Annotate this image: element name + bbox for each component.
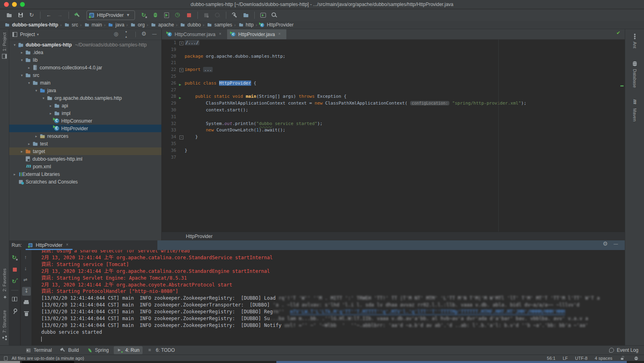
tool-window-button-ant[interactable]: Ant	[632, 33, 638, 48]
hide-run-panel-icon[interactable]	[613, 241, 619, 248]
run-console[interactable]: 資訊: Using a shared selector for servlet …	[32, 250, 625, 345]
search-everywhere-button[interactable]	[269, 10, 280, 20]
tree-expand-arrow[interactable]: ▸	[26, 66, 32, 70]
tree-expand-arrow[interactable]: ▾	[33, 89, 39, 93]
line-number[interactable]: 34	[162, 134, 178, 141]
fold-expand-icon[interactable]: +	[179, 41, 183, 45]
tool-window-button-maven[interactable]: Maven	[632, 100, 638, 121]
close-icon[interactable]	[278, 32, 283, 37]
tree-expand-arrow[interactable]: ▸	[48, 104, 54, 108]
save-all-button[interactable]	[15, 10, 26, 20]
open-button[interactable]	[4, 10, 14, 20]
tree-item-resources[interactable]: ▸resources	[9, 132, 161, 140]
print-console-button[interactable]	[22, 298, 31, 307]
tree-item-httpprovider[interactable]: HttpProvider	[9, 125, 161, 132]
line-number[interactable]: 36	[162, 147, 178, 154]
restart-button[interactable]	[10, 277, 19, 286]
tree-item-main[interactable]: ▾main	[9, 79, 161, 87]
line-number[interactable]: 35	[162, 141, 178, 147]
editor-tab-httpconsumer-java[interactable]: HttpConsumer.java	[163, 29, 227, 39]
update-resources-button[interactable]	[212, 10, 223, 20]
tree-item-pom-xml[interactable]: pom.xml	[9, 163, 161, 170]
fold-expand-icon[interactable]: +	[179, 68, 183, 72]
run-with-coverage-button[interactable]	[161, 10, 172, 20]
code-area[interactable]: 1+/.../1920package org.apache.dubbo.samp…	[162, 40, 625, 232]
line-number[interactable]: 27	[162, 87, 178, 94]
breadcrumb-item-dubbo[interactable]: dubbo	[179, 22, 201, 28]
editor-tab-httpprovider-java[interactable]: HttpProvider.java	[227, 29, 286, 39]
synchronize-button[interactable]	[26, 10, 37, 20]
tree-item--idea[interactable]: ▸.idea	[9, 48, 161, 56]
hide-panel-button[interactable]	[150, 30, 159, 39]
tree-expand-arrow[interactable]: ▾	[19, 58, 25, 62]
tree-expand-arrow[interactable]: ▾	[26, 81, 32, 85]
tree-expand-arrow[interactable]: ▾	[19, 73, 25, 77]
rerun-button[interactable]	[10, 253, 19, 262]
stop-process-button[interactable]	[10, 265, 19, 274]
run-panel-settings-icon[interactable]	[602, 241, 609, 248]
prev-occurrence-button[interactable]	[22, 253, 31, 262]
line-number[interactable]: 21	[162, 60, 178, 67]
line-number[interactable]: 19	[162, 46, 178, 53]
tree-item-test[interactable]: ▸test	[9, 140, 161, 147]
line-number[interactable]: 1	[162, 40, 178, 46]
tree-expand-arrow[interactable]: ▾	[40, 96, 46, 100]
tree-item-target[interactable]: ▸target	[9, 147, 161, 155]
line-number[interactable]: 22	[162, 67, 178, 73]
tool-window-button-6-todo[interactable]: 6: TODO	[144, 346, 178, 354]
file-encoding[interactable]: UTF-8	[575, 356, 588, 361]
unlock-icon[interactable]	[620, 356, 626, 361]
run-anything-button[interactable]	[258, 10, 268, 20]
project-structure-button[interactable]	[241, 10, 251, 20]
restore-layout-button[interactable]	[10, 294, 19, 303]
line-number[interactable]: 28	[162, 93, 178, 100]
line-number[interactable]: 31	[162, 114, 178, 121]
tree-item-impl[interactable]: ▸impl	[9, 109, 161, 117]
editor[interactable]: HttpConsumer.javaHttpProvider.java 1+/..…	[162, 29, 625, 240]
caret-position[interactable]: 56:1	[547, 356, 555, 361]
line-number[interactable]: 37	[162, 154, 178, 161]
tool-window-button-4-run[interactable]: 4: Run	[114, 346, 143, 354]
line-number[interactable]: 32	[162, 121, 178, 127]
event-log-button[interactable]: Event Log	[608, 347, 644, 353]
breadcrumb-item-samples[interactable]: samples	[205, 22, 233, 28]
line-number[interactable]: 20	[162, 53, 178, 60]
line-number[interactable]: 26	[162, 80, 178, 87]
breadcrumb-item-httpprovider[interactable]: HttpProvider	[258, 22, 294, 28]
tree-item-dubbo-samples-http-iml[interactable]: dubbo-samples-http.iml	[9, 155, 161, 163]
tree-item-java[interactable]: ▾java	[9, 87, 161, 94]
scroll-to-end-button[interactable]	[22, 287, 31, 296]
forward-button[interactable]	[55, 10, 65, 20]
settings-button[interactable]	[229, 10, 240, 20]
clear-console-button[interactable]	[22, 309, 31, 318]
debug-button[interactable]	[150, 10, 161, 20]
tree-item-src[interactable]: ▾src	[9, 71, 161, 79]
breadcrumb-item-dubbo-samples-http[interactable]: dubbo-samples-http	[3, 22, 59, 28]
breadcrumb-item-http[interactable]: http	[237, 22, 255, 28]
tree-item-commons-collections4-4-0-jar[interactable]: ▸commons-collections4-4.0.jar	[9, 64, 161, 71]
tree-item-external-libraries[interactable]: ▸External Libraries	[9, 170, 161, 178]
close-icon[interactable]	[218, 32, 223, 37]
tool-window-button-2-favorites[interactable]: 2: Favorites	[1, 268, 8, 300]
breadcrumb-item-src[interactable]: src	[63, 22, 79, 28]
hector-icon[interactable]	[634, 357, 638, 360]
tree-item-lib[interactable]: ▾lib	[9, 56, 161, 64]
indent-setting[interactable]: 4 spaces	[595, 356, 612, 361]
breadcrumb-item-apache[interactable]: apache	[149, 22, 175, 28]
collapse-all-button[interactable]	[123, 30, 131, 39]
line-number[interactable]: 30	[162, 107, 178, 114]
breadcrumb-item-java[interactable]: java	[107, 22, 125, 28]
tree-expand-arrow[interactable]: ▸	[48, 111, 54, 115]
tool-window-button-terminal[interactable]: Terminal	[22, 346, 55, 354]
locate-file-button[interactable]	[112, 30, 121, 39]
tree-expand-arrow[interactable]: ▸	[26, 142, 32, 146]
pin-tab-button[interactable]	[10, 307, 19, 315]
tree-expand-arrow[interactable]: ▸	[12, 172, 18, 176]
tool-window-button-database[interactable]: Database	[632, 60, 638, 88]
build-project-button[interactable]	[72, 10, 83, 20]
tree-item-httpconsumer[interactable]: HttpConsumer	[9, 117, 161, 125]
breadcrumb-item-org[interactable]: org	[129, 22, 145, 28]
tree-item-org-apache-dubbo-samples-http[interactable]: ▾org.apache.dubbo.samples.http	[9, 94, 161, 102]
stop-button[interactable]	[184, 10, 194, 20]
tree-expand-arrow[interactable]: ▸	[19, 149, 25, 153]
